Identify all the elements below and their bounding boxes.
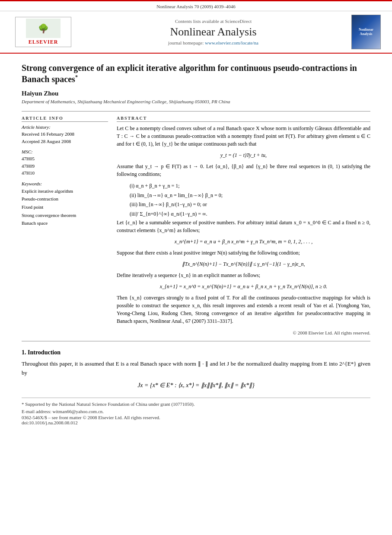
title-star: *	[75, 74, 78, 80]
homepage-link[interactable]: www.elsevier.com/locate/na	[205, 40, 258, 45]
issn-text: 0362-546X/$ – see front matter © 2008 El…	[22, 415, 160, 420]
citation-bar: Nonlinear Analysis 70 (2009) 4039–4046	[0, 1, 392, 11]
formula3-text: ∥Tx_n^{N(n)+1} − Tx_n^{N(n)}∥ ≤ γ_n^{−1}…	[182, 261, 305, 267]
article-history-block: Article history: Received 16 February 20…	[22, 124, 108, 145]
doi-text: doi:10.1016/j.na.2008.08.012	[22, 420, 78, 425]
msc-block: MSC: 47H05 47H09 47H10	[22, 149, 108, 177]
history-label: Article history:	[22, 124, 108, 130]
intro-para1: Throughout this paper, it is assumed tha…	[22, 360, 370, 378]
conditions-list: (i) α_n + β_n + γ_n = 1; (ii) lim_{n→∞} …	[130, 182, 370, 219]
elsevier-tree-image: 🌳	[26, 19, 61, 38]
contents-available-text: Contents lists available at ScienceDirec…	[175, 19, 252, 24]
abstract-formula2: x_n^{m+1} = α_n u + β_n x_n^m + γ_n Tx_n…	[117, 238, 370, 245]
footnote-doi: doi:10.1016/j.na.2008.08.012	[22, 420, 370, 425]
abstract-para4: Suppose that there exists a least positi…	[117, 249, 370, 257]
abstract-formula1: y_t = (1 − t)Ty_t + tu,	[117, 151, 370, 159]
abstract-formula3: ∥Tx_n^{N(n)+1} − Tx_n^{N(n)}∥ ≤ γ_n^{−1}…	[117, 260, 370, 268]
abstract-para5: Define iteratively a sequence {x_n} in a…	[117, 271, 370, 279]
footnote-email-text: E-mail address: witman66@yahoo.com.cn.	[22, 409, 104, 414]
formula2-text: x_n^{m+1} = α_n u + β_n x_n^m + γ_n Tx_n…	[175, 239, 313, 245]
article-info-column: ARTICLE INFO Article history: Received 1…	[22, 116, 108, 337]
elsevier-brand: ELSEVIER	[29, 39, 58, 45]
author-affiliation: Department of Mathematics, Shijiazhuang …	[22, 99, 370, 104]
cond-iii-prime: (iii)′ Σ_{n=0}^{∞} α_n/(1−γ_n) = ∞.	[130, 210, 370, 219]
abstract-divider	[22, 341, 370, 341]
formula4-text: x_{n+1} = x_n^0 = x_n^{N(n)+1} = α_n u +…	[160, 283, 328, 290]
journal-name: Nonlinear Analysis	[170, 25, 256, 38]
elsevier-logo-area: 🌳 ELSEVIER	[9, 15, 78, 49]
abstract-para3: Let {ε_n} be a summable sequence of posi…	[117, 219, 370, 234]
abstract-formula4: x_{n+1} = x_n^0 = x_n^{N(n)+1} = α_n u +…	[117, 283, 370, 290]
journal-cover-thumbnail: Nonlinear Analysis	[351, 15, 381, 49]
abstract-column: ABSTRACT Let C be a nonempty closed conv…	[117, 116, 370, 337]
homepage-label: journal homepage:	[168, 40, 205, 45]
msc3: 47H10	[22, 169, 108, 177]
sciencedirect-line: Contents lists available at ScienceDirec…	[175, 19, 252, 24]
journal-header: 🌳 ELSEVIER Contents lists available at S…	[0, 11, 392, 54]
abstract-label: ABSTRACT	[117, 116, 370, 122]
journal-cover-area: Nonlinear Analysis	[349, 15, 383, 49]
homepage-line: journal homepage: www.elsevier.com/locat…	[168, 40, 258, 45]
footnote-email: E-mail address: witman66@yahoo.com.cn.	[22, 408, 370, 415]
main-content: Strong convergence of an explicit iterat…	[0, 54, 392, 434]
footnote-star-text: * Supported by the National Natural Scie…	[22, 401, 195, 407]
cond-i: (i) α_n + β_n + γ_n = 1;	[130, 182, 370, 191]
article-title-text: Strong convergence of an explicit iterat…	[22, 63, 357, 84]
msc2: 47H09	[22, 162, 108, 170]
header-divider	[22, 111, 370, 111]
keyword-list: Explicit iterative algorithm Pseudo-cont…	[22, 187, 108, 227]
abstract-text: Let C be a nonempty closed convex subset…	[117, 124, 370, 337]
intro-title: Introduction	[28, 349, 61, 356]
received-date: Received 16 February 2008	[22, 131, 108, 138]
footnote-issn: 0362-546X/$ – see front matter © 2008 El…	[22, 415, 370, 420]
abstract-para6: Then {x_n} converges strongly to a fixed…	[117, 294, 370, 325]
article-title: Strong convergence of an explicit iterat…	[22, 62, 370, 85]
kw4: Strong convergence theorem	[22, 211, 108, 220]
page: Nonlinear Analysis 70 (2009) 4039–4046 🌳…	[0, 0, 392, 535]
kw5: Banach space	[22, 219, 108, 227]
abstract-para1: Let C be a nonempty closed convex subset…	[117, 124, 370, 148]
abstract-para2: Assume that y_t → p ∈ F(T) as t → 0. Let…	[117, 162, 370, 178]
intro-formula: Jx = {x* ∈ E* : ⟨x, x*⟩ = ∥x∥∥x*∥, ∥x∥ =…	[39, 382, 353, 389]
author-name: Haiyun Zhou	[22, 90, 370, 97]
journal-title-area: Contents lists available at ScienceDirec…	[82, 15, 344, 49]
kw3: Fixed point	[22, 203, 108, 211]
msc1: 47H05	[22, 155, 108, 162]
intro-heading: 1. Introduction	[22, 349, 370, 356]
journal-citation: Nonlinear Analysis 70 (2009) 4039–4046	[156, 4, 236, 9]
keywords-label: Keywords:	[22, 181, 108, 186]
formula1-text: y_t = (1 − t)Ty_t + tu,	[220, 152, 267, 158]
kw1: Explicit iterative algorithm	[22, 187, 108, 195]
article-info-abstract: ARTICLE INFO Article history: Received 1…	[22, 116, 370, 337]
cover-title: Nonlinear Analysis	[354, 28, 379, 36]
intro-number: 1.	[22, 349, 26, 356]
cond-ii: (ii) lim_{n→∞} α_n = lim_{n→∞} β_n = 0;	[130, 191, 370, 201]
footer-section: * Supported by the National Natural Scie…	[22, 398, 370, 425]
copyright-line: © 2008 Elsevier Ltd. All rights reserved…	[117, 329, 370, 337]
msc-label: MSC:	[22, 149, 108, 154]
intro-body: Throughout this paper, it is assumed tha…	[22, 360, 370, 378]
kw2: Pseudo-contraction	[22, 195, 108, 203]
accepted-date: Accepted 28 August 2008	[22, 138, 108, 145]
keywords-block: Keywords: Explicit iterative algorithm P…	[22, 181, 108, 227]
cond-iii: (iii) lim_{n→∞} β_n/(1−γ_n) = 0; or	[130, 200, 370, 210]
article-info-label: ARTICLE INFO	[22, 116, 108, 122]
elsevier-logo: 🌳 ELSEVIER	[15, 17, 71, 47]
footnote-star: * Supported by the National Natural Scie…	[22, 401, 370, 408]
